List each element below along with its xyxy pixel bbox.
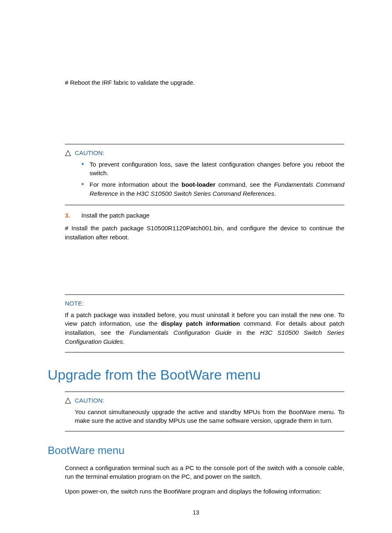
bootware-paragraph-1: Connect a configuration terminal such as… xyxy=(65,463,344,482)
step-number: 3. xyxy=(65,211,81,220)
text-span: in the xyxy=(232,329,260,336)
italic-text: H3C S10500 Switch Series Command Referen… xyxy=(136,190,274,197)
text-span: in the xyxy=(118,190,136,197)
bold-text: boot-loader xyxy=(182,181,216,188)
text-span: For more information about the xyxy=(90,181,182,188)
document-page: # Reboot the IRF fabric to validate the … xyxy=(0,0,392,533)
heading-upgrade-bootware: Upgrade from the BootWare menu xyxy=(48,365,344,385)
text-span: . xyxy=(274,190,276,197)
reboot-instruction: # Reboot the IRF fabric to validate the … xyxy=(65,78,344,87)
warning-icon: △ xyxy=(65,396,75,404)
bold-text: display patch information xyxy=(161,320,240,327)
note-label: NOTE: xyxy=(65,299,344,308)
caution-box-2: △ CAUTION: You cannot simultaneously upg… xyxy=(65,392,344,431)
page-number: 13 xyxy=(0,508,392,517)
step-title: Install the patch package xyxy=(81,211,150,220)
caution-item-1: To prevent configuration loss, save the … xyxy=(75,160,344,178)
spacer xyxy=(48,93,344,138)
note-text: If a patch package was installed before,… xyxy=(65,311,344,346)
bootware-paragraph-2: Upon power-on, the switch runs the BootW… xyxy=(65,487,344,496)
caution-label: CAUTION: xyxy=(75,396,344,405)
text-span: command, see the xyxy=(215,181,274,188)
caution-text: You cannot simultaneously upgrade the ac… xyxy=(75,408,344,426)
heading-bootware-menu: BootWare menu xyxy=(48,443,344,459)
text-span: . xyxy=(123,338,125,345)
note-box: NOTE: If a patch package was installed b… xyxy=(65,294,344,352)
step-3: 3. Install the patch package xyxy=(65,211,344,220)
caution-box-1: △ CAUTION: To prevent configuration loss… xyxy=(65,144,344,205)
caution-item-2: For more information about the boot-load… xyxy=(75,180,344,198)
italic-text: Fundamentals Configuration Guide xyxy=(129,329,232,336)
caution-list: To prevent configuration loss, save the … xyxy=(75,160,344,198)
step-3-body: # Install the patch package S10500R1120P… xyxy=(65,224,344,242)
caution-label: CAUTION: xyxy=(75,148,344,158)
warning-icon: △ xyxy=(65,148,75,157)
spacer xyxy=(48,248,344,289)
